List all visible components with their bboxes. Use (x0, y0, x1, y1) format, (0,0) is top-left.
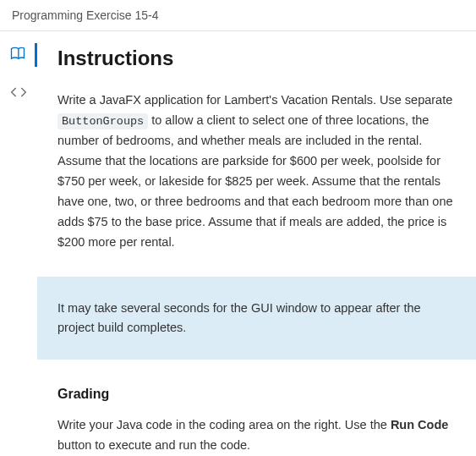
info-note-text: It may take several seconds for the GUI … (57, 301, 421, 334)
tab-instructions[interactable] (0, 43, 37, 67)
instructions-paragraph: Write a JavaFX application for Lambert's… (37, 82, 476, 261)
code-icon (10, 84, 27, 104)
instructions-heading: Instructions (37, 31, 476, 82)
grading-paragraph: Write your Java code in the coding area … (37, 407, 476, 456)
tab-code[interactable] (0, 82, 37, 106)
info-note-box: It may take several seconds for the GUI … (37, 277, 476, 360)
content-area: Instructions Write a JavaFX application … (37, 31, 476, 456)
run-code-label: Run Code (391, 418, 448, 431)
grading-text-b: button to execute and run the code. (57, 438, 250, 452)
code-token-buttongroups: ButtonGroups (57, 113, 148, 129)
page-header: Programming Exercise 15-4 (0, 0, 476, 31)
grading-heading: Grading (37, 375, 476, 407)
para-text-a: Write a JavaFX application for Lambert's… (57, 93, 452, 107)
body-wrap: Instructions Write a JavaFX application … (0, 31, 476, 456)
exercise-title: Programming Exercise 15-4 (12, 8, 159, 22)
para-text-b: to allow a client to select one of three… (57, 113, 453, 249)
sidebar (0, 31, 37, 456)
book-icon (9, 45, 26, 65)
grading-text-a: Write your Java code in the coding area … (57, 418, 391, 431)
